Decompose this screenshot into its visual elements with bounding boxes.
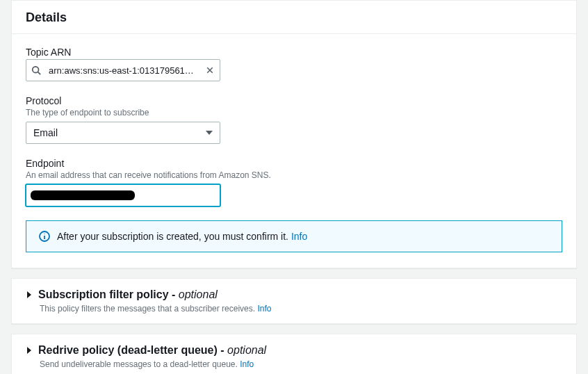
svg-point-7 bbox=[44, 234, 44, 234]
endpoint-input-wrap[interactable] bbox=[26, 184, 220, 206]
confirm-alert: After your subscription is created, you … bbox=[26, 220, 562, 252]
filter-policy-desc-row: This policy filters the messages that a … bbox=[40, 304, 562, 314]
svg-point-0 bbox=[33, 67, 39, 73]
alert-message: After your subscription is created, you … bbox=[57, 231, 288, 242]
dash: - bbox=[220, 344, 227, 356]
filter-policy-title: Subscription filter policy - optional bbox=[38, 288, 218, 301]
caret-right-icon bbox=[26, 347, 33, 354]
topic-arn-label: Topic ARN bbox=[26, 47, 562, 58]
svg-marker-9 bbox=[27, 347, 31, 354]
redrive-policy-title-text: Redrive policy (dead-letter queue) bbox=[38, 344, 218, 356]
redrive-policy-toggle[interactable]: Redrive policy (dead-letter queue) - opt… bbox=[26, 344, 562, 357]
redrive-policy-info-link[interactable]: Info bbox=[240, 359, 254, 369]
redrive-policy-desc-row: Send undeliverable messages to a dead-le… bbox=[40, 359, 562, 369]
protocol-desc: The type of endpoint to subscribe bbox=[26, 108, 562, 117]
filter-policy-toggle[interactable]: Subscription filter policy - optional bbox=[26, 288, 562, 301]
topic-arn-input-wrap[interactable] bbox=[26, 59, 220, 81]
protocol-label: Protocol bbox=[26, 95, 562, 106]
svg-marker-8 bbox=[27, 291, 31, 298]
endpoint-field: Endpoint An email address that can recei… bbox=[26, 158, 562, 206]
endpoint-redacted-value bbox=[31, 190, 135, 200]
endpoint-desc: An email address that can receive notifi… bbox=[26, 170, 562, 180]
redrive-policy-desc: Send undeliverable messages to a dead-le… bbox=[40, 359, 238, 369]
protocol-selected-value: Email bbox=[33, 127, 206, 138]
caret-right-icon bbox=[26, 291, 33, 298]
redrive-policy-optional: optional bbox=[227, 344, 266, 356]
protocol-field: Protocol The type of endpoint to subscri… bbox=[26, 95, 562, 144]
redrive-policy-panel: Redrive policy (dead-letter queue) - opt… bbox=[11, 334, 577, 374]
details-heading: Details bbox=[12, 1, 576, 34]
filter-policy-optional: optional bbox=[179, 288, 218, 300]
chevron-down-icon bbox=[206, 129, 213, 136]
alert-text: After your subscription is created, you … bbox=[57, 231, 307, 242]
filter-policy-desc: This policy filters the messages that a … bbox=[40, 304, 255, 314]
svg-line-1 bbox=[38, 72, 41, 75]
filter-policy-title-text: Subscription filter policy bbox=[38, 288, 169, 300]
svg-marker-4 bbox=[206, 131, 213, 135]
topic-arn-field: Topic ARN bbox=[26, 47, 562, 81]
clear-icon[interactable] bbox=[200, 66, 220, 74]
filter-policy-info-link[interactable]: Info bbox=[257, 304, 271, 314]
endpoint-label: Endpoint bbox=[26, 158, 562, 169]
topic-arn-input[interactable] bbox=[46, 60, 200, 81]
filter-policy-panel: Subscription filter policy - optional Th… bbox=[11, 278, 577, 324]
details-body: Topic ARN Protocol The type of endpoint … bbox=[12, 34, 576, 268]
dash: - bbox=[172, 288, 179, 300]
info-icon bbox=[39, 231, 50, 242]
search-icon bbox=[26, 65, 46, 75]
details-panel: Details Topic ARN Protocol bbox=[11, 0, 577, 268]
alert-info-link[interactable]: Info bbox=[291, 231, 307, 242]
protocol-select[interactable]: Email bbox=[26, 122, 220, 144]
redrive-policy-title: Redrive policy (dead-letter queue) - opt… bbox=[38, 344, 266, 357]
